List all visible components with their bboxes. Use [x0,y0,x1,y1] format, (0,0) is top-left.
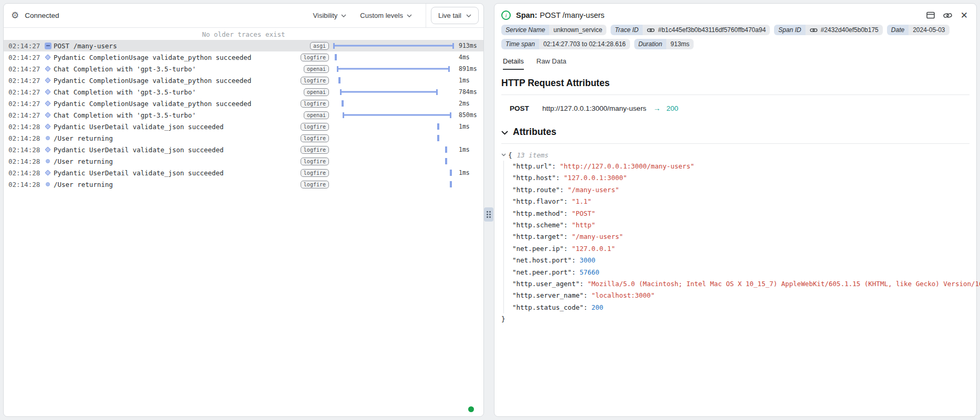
scope-tag: asgi [310,42,329,50]
duration-label: 891ms [455,65,483,72]
json-attribute: "net.peer.port": 57660 [512,267,969,278]
badge-value-text: #2432d40ef5b0b175 [821,26,879,34]
trace-row[interactable]: 02:14:27Chat Completion with 'gpt-3.5-tu… [4,63,483,75]
arrow-right-icon: → [653,104,661,112]
trace-row[interactable]: 02:14:28/User returninglogfire [4,155,483,167]
duration-track [333,40,455,51]
toolbar-right: Visibility Custom levels Live tail [313,4,483,27]
gear-icon[interactable]: ⚙ [11,11,19,20]
connection-status: Connected [25,12,59,19]
span-diamond-icon [42,171,54,175]
trace-row[interactable]: 02:14:28Pydantic UserDetail validate_jso… [4,144,483,155]
duration-label: 850ms [455,111,483,119]
panel-resize-handle[interactable] [484,207,493,222]
trace-row[interactable]: 02:14:28Pydantic UserDetail validate_jso… [4,167,483,178]
duration-track [333,63,455,75]
trace-timestamp: 02:14:28 [8,181,42,188]
span-name: Pydantic UserDetail validate_json succee… [54,169,296,177]
badge-label: Trace ID [611,25,643,35]
duration-track [333,51,455,63]
trace-timestamp: 02:14:27 [8,88,42,96]
span-detail-panel: i Span:POST /many-users ✕ Service Nameun… [494,3,977,417]
meta-badge: Service Nameunknown_service [501,25,606,35]
scope-tag: logfire [301,146,329,154]
duration-bar [337,68,450,70]
span-name: Pydantic UserDetail validate_json succee… [54,123,296,131]
badge-value: 02:14:27.703 to 02:14:28.616 [539,39,630,49]
trace-row[interactable]: 02:14:27Chat Completion with 'gpt-3.5-tu… [4,109,483,121]
span-diamond-icon [42,67,54,71]
duration-label: 1ms [455,123,483,130]
duration-bar [343,114,451,116]
trace-row[interactable]: 02:14:28/User returninglogfire [4,178,483,190]
span-name: Pydantic CompletionUsage validate_python… [54,100,296,108]
json-key: "http.user_agent": [512,280,587,288]
duration-bar [450,170,452,176]
duration-bar [445,146,447,153]
attributes-json-viewer: { 13 items "http.url": "http://127.0.0.1… [501,149,969,325]
trace-timestamp: 02:14:27 [8,77,42,85]
badge-value[interactable]: #2432d40ef5b0b175 [806,25,883,35]
scope-tag: openai [304,111,329,119]
http-url: http://127.0.0.1:3000/many-users [542,104,646,112]
trace-row[interactable]: 02:14:27Pydantic CompletionUsage validat… [4,51,483,63]
trace-row[interactable]: 02:14:27POST /many-usersasgi913ms [4,40,483,51]
link-icon [810,27,818,33]
json-key: "net.host.port": [512,256,580,264]
badge-label: Service Name [501,25,549,35]
json-key: "http.scheme": [512,221,572,229]
trace-timestamp: 02:14:28 [8,158,42,165]
badge-value-text: #b1c445ef3b0b43116df5760ffb470a94 [658,26,766,34]
badge-value[interactable]: #b1c445ef3b0b43116df5760ffb470a94 [643,25,770,35]
tag-wrap: logfire [296,158,329,165]
http-request-summary: POST http://127.0.0.1:3000/many-users → … [501,104,969,112]
span-name: /User returning [54,134,296,142]
span-name: Chat Completion with 'gpt-3.5-turbo' [54,65,296,73]
duration-bar [437,123,439,130]
trace-row[interactable]: 02:14:27Pydantic CompletionUsage validat… [4,75,483,86]
meta-badge: Trace ID#b1c445ef3b0b43116df5760ffb470a9… [611,25,770,35]
json-key: "http.status_code": [512,303,592,311]
duration-track [333,155,455,167]
custom-levels-dropdown[interactable]: Custom levels [360,12,412,19]
json-root-toggle[interactable]: { 13 items [501,149,969,161]
badge-value: unknown_service [549,25,606,35]
duration-bar [333,45,454,47]
badge-label: Span ID [774,25,805,35]
visibility-dropdown[interactable]: Visibility [313,12,347,19]
tab-raw-data[interactable]: Raw Data [537,57,566,70]
log-circle-icon [42,136,54,140]
span-name: Chat Completion with 'gpt-3.5-turbo' [54,111,296,119]
live-tail-label: Live tail [438,12,461,19]
live-tail-button[interactable]: Live tail [431,7,479,24]
collapse-toggle-icon[interactable] [42,43,54,49]
json-attribute: "http.server_name": "localhost:3000" [512,290,969,301]
no-older-traces-notice: No older traces exist [4,29,483,40]
json-value: "localhost:3000" [592,291,655,299]
attributes-heading[interactable]: Attributes [501,127,969,144]
duration-label: 784ms [455,88,483,96]
trace-row[interactable]: 02:14:28/User returninglogfire [4,132,483,144]
badge-label: Date [887,25,909,35]
tab-details[interactable]: Details [503,57,524,70]
trace-row[interactable]: 02:14:27Chat Completion with 'gpt-3.5-tu… [4,86,483,98]
trace-list-toolbar: ⚙ Connected Visibility Custom levels Liv… [4,4,483,28]
live-tail-wrap: Live tail [426,4,483,27]
badge-label: Time span [501,39,539,49]
trace-timestamp: 02:14:27 [8,65,42,73]
trace-row[interactable]: 02:14:27Pydantic CompletionUsage validat… [4,98,483,109]
close-icon[interactable]: ✕ [961,11,968,20]
json-attribute: "http.scheme": "http" [512,219,969,231]
scope-tag: logfire [301,181,329,188]
trace-row[interactable]: 02:14:28Pydantic UserDetail validate_jso… [4,121,483,132]
json-key: "net.peer.ip": [512,245,572,253]
span-name: /User returning [54,181,296,188]
json-attribute-lines: "http.url": "http://127.0.0.1:3000/many-… [503,161,969,313]
tag-wrap: logfire [296,123,329,131]
info-icon: i [501,10,511,20]
json-attribute: "http.user_agent": "Mozilla/5.0 (Macinto… [512,278,969,290]
split-panel-icon[interactable] [926,12,935,19]
link-icon[interactable] [943,12,952,19]
json-value: 3000 [580,256,595,264]
duration-track [333,86,455,98]
